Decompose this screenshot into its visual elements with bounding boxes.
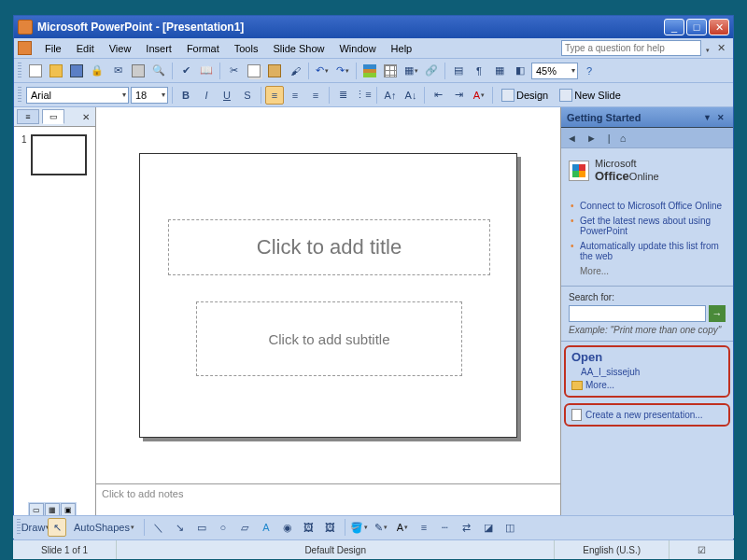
insert-hyperlink-button[interactable]: 🔗 <box>422 62 441 80</box>
email-button[interactable]: ✉ <box>108 62 127 80</box>
color-grayscale-button[interactable]: ◧ <box>511 62 529 80</box>
tables-borders-button[interactable]: ▦ <box>402 62 420 80</box>
taskpane-dropdown[interactable]: ▼ <box>700 113 714 122</box>
new-button[interactable] <box>26 62 45 80</box>
taskpane-forward-button[interactable]: ► <box>586 133 597 144</box>
redo-button[interactable]: ↷ <box>333 62 352 80</box>
open-more-link[interactable]: More... <box>571 380 723 390</box>
toolbar-handle[interactable] <box>18 87 21 104</box>
line-button[interactable]: ＼ <box>149 518 168 537</box>
font-size-combo[interactable]: 18 <box>131 87 168 104</box>
save-button[interactable] <box>67 62 86 80</box>
align-left-button[interactable]: ≡ <box>265 86 284 105</box>
recent-file-link[interactable]: AA_I_sissejuh <box>581 367 723 377</box>
expand-all-button[interactable]: ▤ <box>449 62 468 80</box>
select-objects-button[interactable]: ↖ <box>48 518 66 537</box>
link-connect-office-online[interactable]: Connect to Microsoft Office Online <box>580 201 724 211</box>
show-formatting-button[interactable]: ¶ <box>470 62 488 80</box>
copy-button[interactable] <box>245 62 263 80</box>
autoshapes-menu[interactable]: AutoShapes <box>69 518 139 537</box>
title-placeholder[interactable]: Click to add title <box>168 219 490 275</box>
underline-button[interactable]: U <box>218 86 236 105</box>
rectangle-button[interactable]: ▭ <box>192 518 211 537</box>
menu-format[interactable]: Format <box>179 41 227 56</box>
decrease-font-button[interactable]: A↓ <box>402 86 420 105</box>
notes-pane[interactable]: Click to add notes <box>96 483 560 516</box>
outline-tab[interactable]: ≡ <box>17 109 39 124</box>
show-grid-button[interactable]: ▦ <box>490 62 509 80</box>
oval-button[interactable]: ○ <box>214 518 233 537</box>
clipart-button[interactable]: 🖼 <box>300 518 318 537</box>
search-go-button[interactable]: → <box>709 305 726 322</box>
minimize-button[interactable]: _ <box>664 19 684 35</box>
menu-tools[interactable]: Tools <box>227 41 266 56</box>
numbering-button[interactable]: ≣ <box>333 86 352 105</box>
taskpane-back-button[interactable]: ◄ <box>567 133 577 144</box>
menu-help[interactable]: Help <box>384 41 420 56</box>
cut-button[interactable]: ✂ <box>224 62 243 80</box>
paste-button[interactable] <box>265 62 284 80</box>
maximize-button[interactable]: □ <box>686 19 707 35</box>
open-button[interactable] <box>47 62 65 80</box>
taskpane-close-button[interactable]: ✕ <box>714 113 727 122</box>
insert-picture-button[interactable]: 🖼 <box>321 518 340 537</box>
help-dropdown[interactable] <box>701 43 713 54</box>
wordart-button[interactable]: A <box>257 518 275 537</box>
bullets-button[interactable]: ⋮≡ <box>354 86 373 105</box>
menu-file[interactable]: File <box>37 41 69 56</box>
search-input[interactable] <box>569 305 706 322</box>
menu-edit[interactable]: Edit <box>69 41 102 56</box>
textbox-button[interactable]: ▱ <box>235 518 254 537</box>
draw-font-color-button[interactable]: A <box>393 518 412 537</box>
close-button[interactable]: ✕ <box>709 19 729 35</box>
toolbar-handle[interactable] <box>18 63 21 79</box>
undo-button[interactable]: ↶ <box>313 62 331 80</box>
slides-tab[interactable]: ▭ <box>42 109 64 124</box>
link-latest-news[interactable]: Get the latest news about using PowerPoi… <box>580 216 724 236</box>
italic-button[interactable]: I <box>197 86 216 105</box>
draw-menu[interactable]: Draw <box>26 518 45 537</box>
line-style-button[interactable]: ≡ <box>415 518 433 537</box>
create-new-presentation-link[interactable]: Create a new presentation... <box>571 409 723 421</box>
menu-slideshow[interactable]: Slide Show <box>265 41 331 56</box>
link-more[interactable]: More... <box>580 266 724 276</box>
font-combo[interactable]: Arial <box>26 87 129 104</box>
menu-insert[interactable]: Insert <box>138 41 179 56</box>
permission-button[interactable]: 🔒 <box>88 62 106 80</box>
insert-chart-button[interactable] <box>360 62 379 80</box>
align-right-button[interactable]: ≡ <box>306 86 325 105</box>
slide-canvas[interactable]: Click to add title Click to add subtitle <box>96 107 560 483</box>
toolbar-handle[interactable] <box>17 519 21 536</box>
format-painter-button[interactable]: 🖌 <box>286 62 304 80</box>
subtitle-placeholder[interactable]: Click to add subtitle <box>196 301 462 376</box>
arrow-style-button[interactable]: ⇄ <box>458 518 476 537</box>
increase-indent-button[interactable]: ⇥ <box>449 86 468 105</box>
menu-view[interactable]: View <box>102 41 139 56</box>
font-color-button[interactable]: A <box>470 86 488 105</box>
zoom-combo[interactable]: 45% <box>531 63 578 79</box>
spelling-button[interactable]: ✔ <box>176 62 195 80</box>
status-spelling-icon[interactable]: ☑ <box>669 540 734 559</box>
increase-font-button[interactable]: A↑ <box>381 86 400 105</box>
new-slide-button[interactable]: New Slide <box>555 86 626 105</box>
print-button[interactable] <box>129 62 148 80</box>
arrow-button[interactable]: ↘ <box>171 518 190 537</box>
decrease-indent-button[interactable]: ⇤ <box>429 86 447 105</box>
insert-table-button[interactable] <box>381 62 400 80</box>
research-button[interactable]: 📖 <box>197 62 216 80</box>
slide-thumbnail[interactable]: 1 <box>21 134 88 175</box>
fill-color-button[interactable]: 🪣 <box>350 518 369 537</box>
dash-style-button[interactable]: ┄ <box>436 518 455 537</box>
align-center-button[interactable]: ≡ <box>286 86 304 105</box>
shadow-button[interactable]: S <box>238 86 257 105</box>
bold-button[interactable]: B <box>176 86 195 105</box>
taskpane-home-button[interactable]: ⌂ <box>620 133 627 144</box>
design-button[interactable]: Design <box>497 86 553 105</box>
diagram-button[interactable]: ◉ <box>278 518 297 537</box>
outline-close-button[interactable]: ✕ <box>79 112 92 122</box>
help-question-input[interactable] <box>561 40 701 56</box>
menu-window[interactable]: Window <box>331 41 383 56</box>
line-color-button[interactable]: ✎ <box>372 518 390 537</box>
help-button[interactable]: ? <box>580 62 599 80</box>
print-preview-button[interactable]: 🔍 <box>149 62 168 80</box>
